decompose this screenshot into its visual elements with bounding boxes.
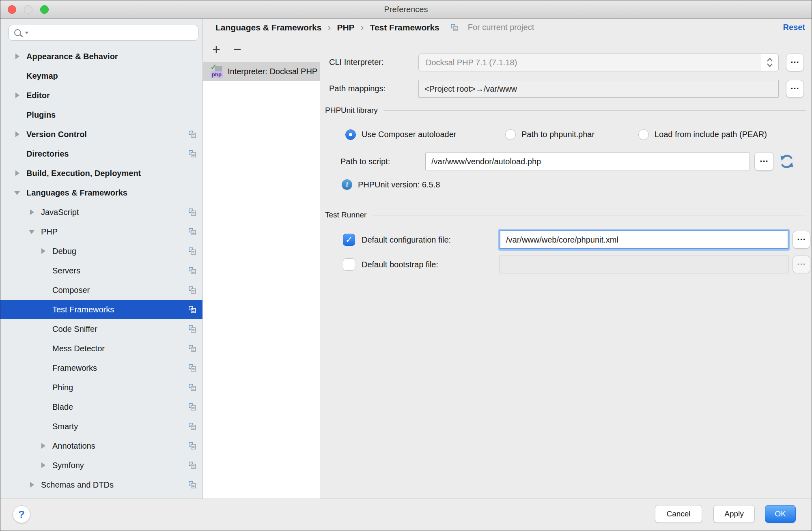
sidebar-item-label: Debug bbox=[52, 247, 76, 256]
cli-interpreter-select[interactable]: Docksal PHP 7.1 (7.1.18) bbox=[418, 54, 779, 71]
add-button[interactable]: + bbox=[210, 43, 222, 55]
tree-indent bbox=[14, 150, 21, 157]
sidebar-item-smarty[interactable]: Smarty bbox=[0, 417, 202, 436]
breadcrumb-languages-frameworks[interactable]: Languages & Frameworks bbox=[215, 23, 321, 32]
zoom-button[interactable] bbox=[40, 5, 49, 14]
chevron-collapsed-icon[interactable] bbox=[14, 170, 21, 176]
sidebar-tree: Appearance & BehaviorKeymapEditorPlugins… bbox=[0, 47, 202, 494]
apply-button[interactable]: Apply bbox=[713, 505, 755, 523]
sidebar-item-debug[interactable]: Debug bbox=[0, 241, 202, 261]
sidebar-item-phing[interactable]: Phing bbox=[0, 378, 202, 397]
sidebar-item-editor[interactable]: Editor bbox=[0, 86, 202, 105]
chevron-collapsed-icon[interactable] bbox=[29, 482, 35, 488]
sidebar-item-annotations[interactable]: Annotations bbox=[0, 436, 202, 456]
breadcrumb-test-frameworks[interactable]: Test Frameworks bbox=[370, 23, 439, 32]
sidebar-item-composer[interactable]: Composer bbox=[0, 280, 202, 300]
per-project-settings-icon bbox=[188, 480, 197, 489]
radio-load-from-include-path-label[interactable]: Load from include path (PEAR) bbox=[655, 130, 767, 139]
chevron-collapsed-icon[interactable] bbox=[14, 92, 21, 99]
sidebar-item-schemas-and-dtds[interactable]: Schemas and DTDs bbox=[0, 475, 202, 494]
default-configuration-checkbox[interactable]: ✓ bbox=[343, 234, 355, 246]
default-bootstrap-label[interactable]: Default bootstrap file: bbox=[362, 260, 438, 269]
path-to-script-browse-button[interactable]: ... bbox=[754, 152, 774, 171]
default-configuration-label[interactable]: Default configuration file: bbox=[362, 235, 451, 245]
info-icon: i bbox=[342, 179, 352, 190]
sidebar-item-javascript[interactable]: JavaScript bbox=[0, 202, 202, 222]
tree-indent bbox=[40, 326, 47, 332]
search-options-caret-icon[interactable] bbox=[25, 32, 29, 34]
tree-indent bbox=[40, 287, 47, 293]
sidebar-item-plugins[interactable]: Plugins bbox=[0, 105, 202, 125]
chevron-collapsed-icon[interactable] bbox=[40, 462, 47, 469]
radio-path-to-phpunit-phar[interactable] bbox=[505, 129, 516, 140]
interpreter-toolbar: + − bbox=[203, 36, 320, 62]
sidebar-item-blade[interactable]: Blade bbox=[0, 397, 202, 417]
radio-load-from-include-path[interactable] bbox=[638, 129, 649, 140]
sidebar-item-label: Servers bbox=[52, 266, 80, 275]
sidebar-item-version-control[interactable]: Version Control bbox=[0, 125, 202, 144]
sidebar-item-build-execution-deployment[interactable]: Build, Execution, Deployment bbox=[0, 163, 202, 183]
radio-path-to-phpunit-phar-label[interactable]: Path to phpunit.phar bbox=[521, 130, 594, 139]
breadcrumb-php[interactable]: PHP bbox=[337, 23, 354, 32]
cli-interpreter-browse-button[interactable]: ... bbox=[786, 54, 804, 71]
chevron-collapsed-icon[interactable] bbox=[40, 248, 47, 254]
sidebar-item-label: Smarty bbox=[52, 422, 78, 431]
phpunit-library-section: PHPUnit library bbox=[325, 106, 806, 115]
sidebar-item-test-frameworks[interactable]: Test Frameworks bbox=[0, 300, 202, 319]
tree-indent bbox=[14, 73, 21, 79]
sidebar-item-symfony[interactable]: Symfony bbox=[0, 456, 202, 475]
help-button[interactable]: ? bbox=[13, 505, 30, 523]
per-project-settings-icon bbox=[188, 266, 197, 275]
default-bootstrap-browse-button[interactable]: ... bbox=[793, 256, 810, 273]
settings-sidebar: Appearance & BehaviorKeymapEditorPlugins… bbox=[0, 19, 202, 499]
sidebar-item-directories[interactable]: Directories bbox=[0, 144, 202, 163]
interpreter-list-panel: + − php✓ Interpreter: Docksal PHP 7.1 bbox=[203, 36, 320, 499]
per-project-settings-icon bbox=[188, 383, 197, 392]
chevron-collapsed-icon[interactable] bbox=[14, 53, 21, 60]
chevron-expanded-icon[interactable] bbox=[29, 228, 35, 235]
default-configuration-browse-button[interactable]: ... bbox=[793, 231, 810, 249]
close-button[interactable] bbox=[8, 5, 16, 14]
sidebar-item-keymap[interactable]: Keymap bbox=[0, 66, 202, 86]
sidebar-item-mess-detector[interactable]: Mess Detector bbox=[0, 339, 202, 358]
scope-label: For current project bbox=[468, 23, 534, 32]
radio-use-composer-autoloader-label[interactable]: Use Composer autoloader bbox=[362, 130, 456, 139]
tree-indent bbox=[14, 112, 21, 118]
radio-use-composer-autoloader[interactable] bbox=[345, 129, 356, 140]
sidebar-item-label: Languages & Frameworks bbox=[26, 188, 127, 198]
scope-indicator: For current project bbox=[450, 23, 534, 32]
default-bootstrap-field[interactable] bbox=[500, 256, 788, 273]
interpreter-label: Interpreter: Docksal PHP 7.1 bbox=[228, 67, 320, 76]
search-input[interactable] bbox=[32, 27, 198, 39]
path-mappings-browse-button[interactable]: ... bbox=[786, 80, 804, 98]
sidebar-item-label: Plugins bbox=[26, 110, 56, 120]
interpreter-list-item[interactable]: php✓ Interpreter: Docksal PHP 7.1 bbox=[203, 62, 320, 81]
cancel-button[interactable]: Cancel bbox=[655, 505, 702, 523]
sidebar-item-label: Test Frameworks bbox=[52, 305, 114, 314]
section-divider bbox=[383, 110, 806, 111]
reset-link[interactable]: Reset bbox=[783, 23, 805, 32]
reload-phpunit-version-icon[interactable] bbox=[779, 153, 795, 171]
path-to-script-field[interactable] bbox=[425, 153, 750, 170]
sidebar-item-languages-frameworks[interactable]: Languages & Frameworks bbox=[0, 183, 202, 202]
chevron-collapsed-icon[interactable] bbox=[14, 131, 21, 138]
settings-search[interactable] bbox=[9, 25, 198, 41]
chevron-collapsed-icon[interactable] bbox=[29, 209, 35, 215]
path-mappings-field[interactable] bbox=[418, 80, 779, 98]
sidebar-item-appearance-behavior[interactable]: Appearance & Behavior bbox=[0, 47, 202, 66]
sidebar-item-frameworks[interactable]: Frameworks bbox=[0, 358, 202, 378]
tree-indent bbox=[40, 423, 47, 430]
sidebar-item-code-sniffer[interactable]: Code Sniffer bbox=[0, 319, 202, 339]
sidebar-item-label: Frameworks bbox=[52, 363, 97, 373]
default-bootstrap-checkbox[interactable] bbox=[343, 258, 355, 271]
tree-indent bbox=[40, 404, 47, 410]
ok-button[interactable]: OK bbox=[765, 505, 796, 523]
chevron-collapsed-icon[interactable] bbox=[40, 443, 47, 449]
minimize-button bbox=[24, 5, 32, 14]
chevron-expanded-icon[interactable] bbox=[14, 189, 21, 196]
sidebar-item-php[interactable]: PHP bbox=[0, 222, 202, 241]
sidebar-item-servers[interactable]: Servers bbox=[0, 261, 202, 280]
stepper-icon[interactable] bbox=[761, 54, 779, 71]
default-configuration-field[interactable] bbox=[500, 230, 788, 249]
remove-button[interactable]: − bbox=[231, 43, 243, 55]
